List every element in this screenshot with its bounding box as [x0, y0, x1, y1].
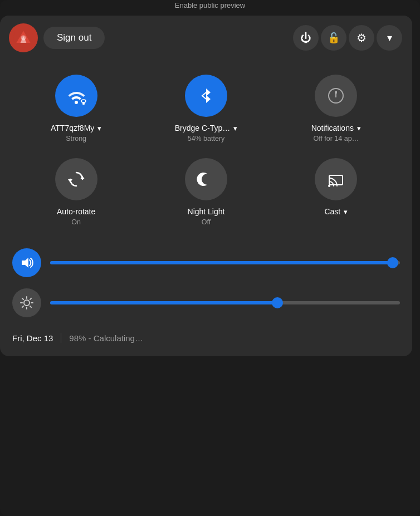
- brightness-slider[interactable]: [50, 301, 400, 304]
- bluetooth-label-row: Brydge C-Typ… ▾: [175, 124, 238, 132]
- svg-rect-6: [82, 102, 85, 105]
- bluetooth-icon: [196, 85, 217, 106]
- avatar[interactable]: [9, 23, 38, 52]
- footer: Fri, Dec 13 98% - Calculating…: [0, 326, 412, 345]
- lock-button[interactable]: 🔓: [321, 25, 346, 51]
- bluetooth-sublabel: 54% battery: [188, 135, 225, 142]
- top-icon-group: ⏻ 🔓 ⚙ ▾: [293, 25, 402, 51]
- wifi-label: ATT7qzf8My: [51, 124, 94, 132]
- autorotate-label-row: Auto-rotate: [57, 207, 95, 216]
- autorotate-icon-circle: [55, 158, 97, 200]
- volume-icon-circle[interactable]: [12, 248, 41, 277]
- svg-line-19: [22, 298, 23, 299]
- svg-line-22: [22, 306, 23, 307]
- svg-line-21: [30, 298, 31, 299]
- svg-marker-10: [68, 179, 72, 183]
- notifications-icon-circle: [315, 75, 357, 117]
- brightness-thumb[interactable]: [272, 297, 283, 308]
- wifi-chevron-icon: ▾: [97, 124, 101, 132]
- sliders-section: [0, 244, 412, 326]
- volume-slider-row: [12, 248, 400, 277]
- bluetooth-tile[interactable]: Brydge C-Typ… ▾ 54% battery: [141, 66, 271, 149]
- autorotate-label: Auto-rotate: [57, 207, 95, 216]
- svg-marker-9: [80, 176, 85, 179]
- notifications-tile[interactable]: Notifications ▾ Off for 14 ap…: [271, 66, 401, 149]
- sign-out-button[interactable]: Sign out: [43, 27, 105, 49]
- nightlight-tile[interactable]: Night Light Off: [141, 149, 271, 233]
- volume-fill: [50, 261, 393, 264]
- wifi-icon-circle: [55, 75, 97, 117]
- svg-point-14: [24, 300, 30, 306]
- svg-marker-13: [22, 258, 28, 268]
- bluetooth-icon-circle: [185, 75, 227, 117]
- settings-button[interactable]: ⚙: [349, 25, 374, 51]
- svg-point-12: [328, 185, 330, 187]
- brightness-icon: [19, 296, 34, 310]
- chevron-down-icon: ▾: [387, 32, 392, 44]
- notifications-chevron-icon: ▾: [357, 124, 361, 132]
- svg-rect-11: [329, 175, 343, 185]
- wifi-tile[interactable]: ATT7qzf8My ▾ Strong: [11, 66, 141, 149]
- nightlight-icon-circle: [185, 158, 227, 200]
- notifications-sublabel: Off for 14 ap…: [313, 135, 359, 142]
- wifi-icon: [65, 84, 88, 107]
- top-bar: Sign out ⏻ 🔓 ⚙ ▾: [0, 16, 412, 60]
- cast-tile[interactable]: Cast ▾: [271, 149, 401, 233]
- brightness-slider-row: [12, 288, 400, 317]
- cast-label: Cast: [324, 207, 340, 216]
- svg-point-3: [21, 36, 26, 41]
- notifications-label-row: Notifications ▾: [311, 124, 361, 132]
- nightlight-sublabel: Off: [202, 218, 211, 226]
- nightlight-label: Night Light: [188, 207, 225, 216]
- wifi-sublabel: Strong: [66, 135, 86, 142]
- lock-icon: 🔓: [328, 32, 340, 44]
- notifications-icon: [325, 85, 346, 106]
- settings-icon: ⚙: [356, 31, 367, 45]
- cast-icon-circle: [315, 158, 357, 200]
- brightness-fill: [50, 301, 277, 304]
- bluetooth-label: Brydge C-Typ…: [175, 124, 231, 132]
- notifications-label: Notifications: [311, 124, 354, 132]
- footer-date: Fri, Dec 13: [12, 333, 53, 343]
- autorotate-icon: [65, 168, 87, 190]
- power-icon: ⏻: [300, 32, 311, 45]
- bluetooth-chevron-icon: ▾: [233, 124, 237, 132]
- volume-icon: [19, 255, 34, 270]
- brightness-track: [50, 301, 400, 304]
- power-button[interactable]: ⏻: [293, 25, 319, 51]
- volume-track: [50, 261, 400, 264]
- quick-tiles-grid: ATT7qzf8My ▾ Strong Brydge C-Typ… ▾ 54%: [0, 60, 412, 244]
- autorotate-tile[interactable]: Auto-rotate On: [11, 149, 141, 233]
- expand-button[interactable]: ▾: [377, 25, 402, 51]
- enable-preview-hint: Enable public preview: [175, 1, 245, 9]
- quick-settings-panel: Sign out ⏻ 🔓 ⚙ ▾: [0, 16, 412, 356]
- volume-thumb[interactable]: [387, 257, 398, 268]
- footer-divider: [61, 333, 61, 343]
- cast-label-row: Cast ▾: [324, 207, 348, 216]
- nightlight-icon: [195, 168, 217, 190]
- svg-line-20: [30, 306, 31, 307]
- cast-icon: [325, 168, 347, 190]
- brightness-icon-circle[interactable]: [12, 288, 41, 317]
- cast-chevron-icon: ▾: [344, 208, 348, 216]
- autorotate-sublabel: On: [71, 218, 81, 226]
- wifi-label-row: ATT7qzf8My ▾: [51, 124, 101, 132]
- nightlight-label-row: Night Light: [188, 207, 225, 216]
- footer-battery: 98% - Calculating…: [69, 333, 143, 343]
- volume-slider[interactable]: [50, 261, 400, 264]
